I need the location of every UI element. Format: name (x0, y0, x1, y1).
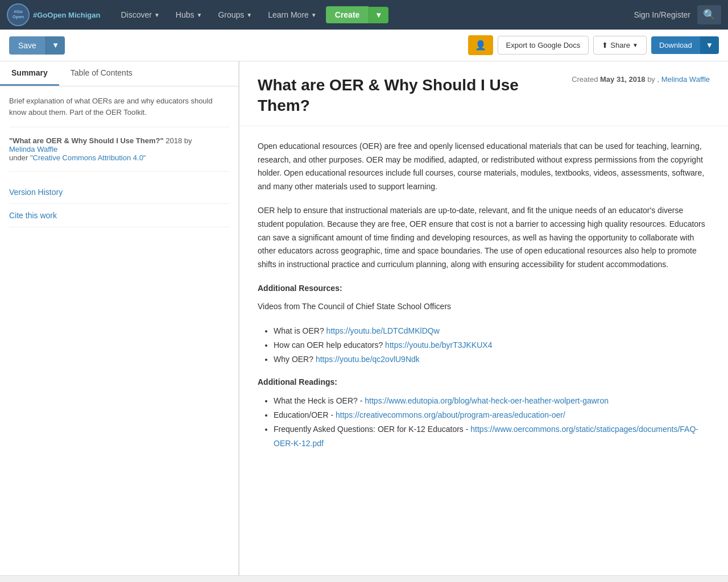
footer: ⬆ Return to top (0, 575, 728, 582)
chevron-down-icon: ▼ (197, 12, 202, 18)
logo-icon: #GoOpen (7, 3, 30, 26)
created-date: May 31, 2018 (600, 75, 646, 84)
video-3-text: Why OER? (274, 355, 313, 364)
signin-link[interactable]: Sign In/Register (634, 10, 690, 19)
tab-bar: Summary Table of Contents (0, 61, 238, 86)
doc-under: under (9, 153, 28, 162)
create-dropdown-button[interactable]: ▼ (369, 7, 388, 23)
search-icon[interactable]: 🔍 (697, 5, 721, 24)
navbar: #GoOpen #GoOpen Michigan Discover ▼ Hubs… (0, 0, 728, 30)
video-3-link[interactable]: https://youtu.be/qc2ovlU9Ndk (316, 355, 420, 364)
list-item: What is OER? https://youtu.be/LDTCdMKlDQ… (274, 324, 710, 338)
sidebar-content: Brief explanation of what OERs are and w… (0, 86, 238, 236)
videos-label: Videos from The Council of Chief State S… (258, 300, 710, 314)
readings-list: What the Heck is OER? - https://www.edut… (274, 394, 710, 451)
nav-hubs[interactable]: Hubs ▼ (169, 7, 209, 23)
created-label: Created (572, 75, 598, 84)
author-link[interactable]: Melinda Waffle (661, 75, 710, 84)
nav-learn-more[interactable]: Learn More ▼ (261, 7, 324, 23)
video-list: What is OER? https://youtu.be/LDTCdMKlDQ… (274, 324, 710, 367)
toolbar: Save ▼ 👤 Export to Google Docs ⬆ Share ▼… (0, 30, 728, 61)
chevron-down-icon: ▼ (311, 12, 317, 18)
video-1-link[interactable]: https://youtu.be/LDTCdMKlDQw (326, 326, 440, 335)
download-dropdown-button[interactable]: ▼ (700, 36, 719, 54)
additional-resources-label: Additional Resources: (258, 282, 710, 296)
content-meta: Created May 31, 2018 by , Melinda Waffle (572, 75, 710, 84)
doc-title: "What are OER & Why Should I Use Them?" (9, 136, 164, 145)
create-button[interactable]: Create (326, 6, 369, 23)
list-item: Frequently Asked Questions: OER for K-12… (274, 422, 710, 451)
main-layout: Summary Table of Contents Brief explanat… (0, 61, 728, 575)
download-button[interactable]: Download (651, 36, 700, 54)
doc-by: by (184, 136, 192, 145)
doc-license-link[interactable]: "Creative Commons Attribution 4.0" (30, 153, 146, 162)
chevron-down-icon: ▼ (154, 12, 160, 18)
save-group: Save ▼ (9, 36, 65, 55)
doc-year: 2018 (166, 136, 182, 145)
sidebar: Summary Table of Contents Brief explanat… (0, 61, 239, 575)
download-group: Download ▼ (651, 36, 719, 54)
nav-discover[interactable]: Discover ▼ (114, 7, 166, 23)
reading-1-link[interactable]: https://www.edutopia.org/blog/what-heck-… (365, 396, 609, 405)
export-button[interactable]: Export to Google Docs (498, 36, 589, 55)
chevron-down-icon: ▼ (632, 42, 638, 48)
video-2-text: How can OER help educators? (274, 340, 383, 350)
sidebar-description: Brief explanation of what OERs are and w… (9, 95, 229, 127)
tab-summary[interactable]: Summary (0, 61, 59, 86)
reading-1-text: What the Heck is OER? - (274, 396, 362, 405)
save-button[interactable]: Save (9, 36, 46, 55)
nav-right: Sign In/Register 🔍 (634, 5, 721, 24)
site-logo[interactable]: #GoOpen #GoOpen Michigan (7, 3, 100, 26)
sidebar-attribution: "What are OER & Why Should I Use Them?" … (9, 136, 229, 172)
nav-groups[interactable]: Groups ▼ (211, 7, 259, 23)
avatar-button[interactable]: 👤 (468, 35, 493, 55)
video-2-link[interactable]: https://youtu.be/byrT3JKKUX4 (385, 340, 492, 350)
version-history-link[interactable]: Version History (9, 181, 229, 204)
created-by: by , (647, 75, 659, 84)
share-button[interactable]: ⬆ Share ▼ (593, 36, 647, 55)
logo-text: #GoOpen Michigan (33, 11, 100, 19)
save-dropdown-button[interactable]: ▼ (46, 36, 65, 55)
paragraph-1: Open educational resources (OER) are fre… (258, 140, 710, 194)
list-item: How can OER help educators? https://yout… (274, 338, 710, 352)
list-item: What the Heck is OER? - https://www.edut… (274, 394, 710, 408)
paragraph-2: OER help to ensure that instructional ma… (258, 204, 710, 272)
toolbar-right: 👤 Export to Google Docs ⬆ Share ▼ Downlo… (468, 35, 719, 55)
share-icon: ⬆ (602, 41, 608, 49)
cite-work-link[interactable]: Cite this work (9, 204, 229, 227)
content-body: Open educational resources (OER) are fre… (239, 126, 728, 474)
nav-items: Discover ▼ Hubs ▼ Groups ▼ Learn More ▼ … (114, 6, 634, 23)
reading-2-text: Education/OER - (274, 410, 333, 419)
doc-author-link[interactable]: Melinda Waffle (9, 145, 57, 153)
content-area: What are OER & Why Should I Use Them? Cr… (239, 61, 728, 575)
page-title: What are OER & Why Should I Use Them? (258, 75, 542, 117)
tab-toc[interactable]: Table of Contents (59, 61, 144, 86)
chevron-down-icon: ▼ (246, 12, 252, 18)
list-item: Why OER? https://youtu.be/qc2ovlU9Ndk (274, 352, 710, 367)
content-header: What are OER & Why Should I Use Them? Cr… (239, 61, 728, 126)
video-1-text: What is OER? (274, 326, 324, 335)
list-item: Education/OER - https://creativecommons.… (274, 408, 710, 422)
reading-3-text: Frequently Asked Questions: OER for K-12… (274, 425, 468, 434)
readings-label: Additional Readings: (258, 376, 710, 389)
reading-2-link[interactable]: https://creativecommons.org/about/progra… (336, 410, 565, 419)
